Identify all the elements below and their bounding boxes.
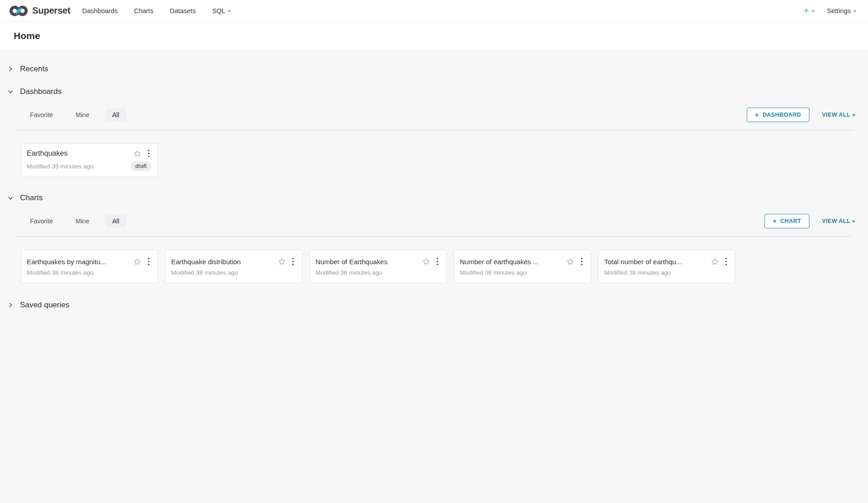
card-title-row: Earthquake distribution — [171, 257, 296, 266]
card-meta-row: Modified 38 minutes ago — [171, 269, 296, 276]
page-header: Home — [0, 22, 868, 50]
new-dashboard-button-label: DASHBOARD — [763, 112, 801, 118]
more-options-icon[interactable] — [434, 257, 440, 266]
new-chart-button-label: CHART — [780, 218, 801, 224]
nav-sql-menu[interactable]: SQL — [212, 7, 231, 15]
more-options-icon[interactable] — [579, 257, 584, 266]
card-modified-text: Modified 38 minutes ago — [460, 269, 584, 276]
charts-tab-favorite[interactable]: Favorite — [23, 215, 60, 227]
dashboards-tab-favorite[interactable]: Favorite — [23, 108, 60, 121]
chart-card-number-of-earthquakes-2[interactable]: Number of earthquakes ... Modified 38 mi… — [454, 250, 591, 283]
charts-actions: + CHART VIEW ALL » — [764, 214, 855, 228]
chevron-right-icon — [7, 302, 14, 308]
more-options-icon[interactable] — [146, 257, 151, 266]
section-saved-queries-title: Saved queries — [20, 301, 69, 310]
favorite-star-icon[interactable] — [566, 257, 575, 266]
card-modified-text: Modified 38 minutes ago — [27, 163, 131, 170]
charts-cards-row: Earthquakes by magnitu... Modified 38 mi… — [0, 237, 868, 283]
card-title: Earthquakes by magnitu... — [27, 258, 133, 266]
section-recents-toggle[interactable]: Recents — [7, 61, 852, 77]
plus-icon: + — [804, 6, 809, 15]
card-title: Number of Earthquakes — [316, 258, 422, 266]
plus-icon: + — [755, 112, 759, 118]
settings-menu-button[interactable]: Settings — [827, 7, 856, 15]
charts-tab-all[interactable]: All — [105, 215, 127, 227]
superset-logo[interactable]: Superset — [9, 5, 70, 17]
draft-badge: draft — [131, 161, 151, 171]
chevron-down-icon — [7, 195, 14, 201]
card-title-row: Total number of earthqu... — [604, 257, 729, 266]
card-title: Earthquakes — [27, 149, 133, 158]
new-chart-button[interactable]: + CHART — [764, 214, 809, 228]
favorite-star-icon[interactable] — [277, 257, 286, 266]
card-title: Total number of earthqu... — [604, 258, 710, 266]
main-nav: Dashboards Charts Datasets SQL — [82, 7, 231, 15]
more-options-icon[interactable] — [146, 149, 151, 158]
favorite-star-icon[interactable] — [422, 257, 430, 266]
home-content: Recents Dashboards Favorite Mine All + D… — [0, 50, 868, 313]
settings-label: Settings — [827, 7, 851, 15]
favorite-star-icon[interactable] — [710, 257, 719, 266]
charts-toolbar: Favorite Mine All + CHART VIEW ALL » — [0, 206, 868, 236]
card-meta-row: Modified 38 minutes ago draft — [27, 161, 151, 171]
superset-logo-icon — [9, 5, 28, 17]
card-modified-text: Modified 38 minutes ago — [27, 269, 151, 276]
caret-down-icon — [853, 10, 856, 12]
more-options-icon[interactable] — [723, 257, 729, 266]
section-saved-queries-toggle[interactable]: Saved queries — [7, 297, 852, 313]
new-item-menu-button[interactable]: + — [804, 6, 814, 15]
dashboards-cards-row: Earthquakes Modified 38 minutes ago dr — [0, 131, 868, 177]
charts-tab-mine[interactable]: Mine — [69, 215, 97, 227]
card-title-row: Earthquakes by magnitu... — [27, 257, 151, 266]
chart-card-number-of-earthquakes[interactable]: Number of Earthquakes Modified 38 minute… — [310, 250, 447, 283]
caret-down-icon — [812, 10, 814, 12]
nav-datasets[interactable]: Datasets — [170, 7, 196, 15]
favorite-star-icon[interactable] — [133, 149, 142, 158]
favorite-star-icon[interactable] — [133, 257, 142, 266]
nav-dashboards[interactable]: Dashboards — [82, 7, 118, 15]
chevron-right-icon — [7, 66, 14, 72]
top-navbar: Superset Dashboards Charts Datasets SQL … — [0, 0, 868, 22]
brand-name: Superset — [32, 5, 70, 16]
charts-view-all-link[interactable]: VIEW ALL » — [822, 218, 855, 224]
plus-icon: + — [773, 218, 777, 224]
section-dashboards-title: Dashboards — [20, 87, 62, 96]
card-title-row: Earthquakes — [27, 149, 151, 158]
card-meta-row: Modified 38 minutes ago — [316, 269, 440, 276]
card-meta-row: Modified 38 minutes ago — [27, 269, 151, 276]
card-title: Earthquake distribution — [171, 258, 277, 266]
card-title-row: Number of earthquakes ... — [460, 257, 584, 266]
card-title: Number of earthquakes ... — [460, 258, 566, 266]
dashboards-toolbar: Favorite Mine All + DASHBOARD VIEW ALL » — [0, 100, 868, 130]
card-modified-text: Modified 38 minutes ago — [604, 269, 729, 276]
dashboard-card-earthquakes[interactable]: Earthquakes Modified 38 minutes ago dr — [21, 143, 158, 177]
card-meta-row: Modified 38 minutes ago — [460, 269, 584, 276]
dashboards-actions: + DASHBOARD VIEW ALL » — [747, 108, 855, 122]
charts-tabs: Favorite Mine All — [23, 215, 127, 227]
card-title-row: Number of Earthquakes — [316, 257, 440, 266]
section-charts-toggle[interactable]: Charts — [7, 190, 852, 206]
chart-card-earthquakes-by-magnitude[interactable]: Earthquakes by magnitu... Modified 38 mi… — [21, 250, 158, 283]
dashboards-view-all-link[interactable]: VIEW ALL » — [822, 112, 855, 118]
chart-card-total-number-of-earthquakes[interactable]: Total number of earthqu... Modified 38 m… — [598, 250, 735, 283]
section-charts-title: Charts — [20, 193, 43, 202]
page-title: Home — [14, 30, 40, 41]
section-dashboards-toggle[interactable]: Dashboards — [7, 84, 852, 100]
more-options-icon[interactable] — [290, 257, 296, 266]
card-modified-text: Modified 38 minutes ago — [171, 269, 296, 276]
nav-charts[interactable]: Charts — [134, 7, 153, 15]
caret-down-icon — [228, 10, 231, 12]
navbar-right: + Settings — [804, 6, 856, 15]
card-meta-row: Modified 38 minutes ago — [604, 269, 729, 276]
card-modified-text: Modified 38 minutes ago — [316, 269, 440, 276]
dashboards-tabs: Favorite Mine All — [23, 108, 127, 121]
chart-card-earthquake-distribution[interactable]: Earthquake distribution Modified 38 minu… — [165, 250, 302, 283]
dashboards-tab-all[interactable]: All — [105, 108, 127, 121]
new-dashboard-button[interactable]: + DASHBOARD — [747, 108, 809, 122]
nav-sql-label: SQL — [212, 7, 225, 15]
section-recents-title: Recents — [20, 64, 48, 74]
dashboards-tab-mine[interactable]: Mine — [69, 108, 97, 121]
chevron-down-icon — [7, 89, 14, 95]
